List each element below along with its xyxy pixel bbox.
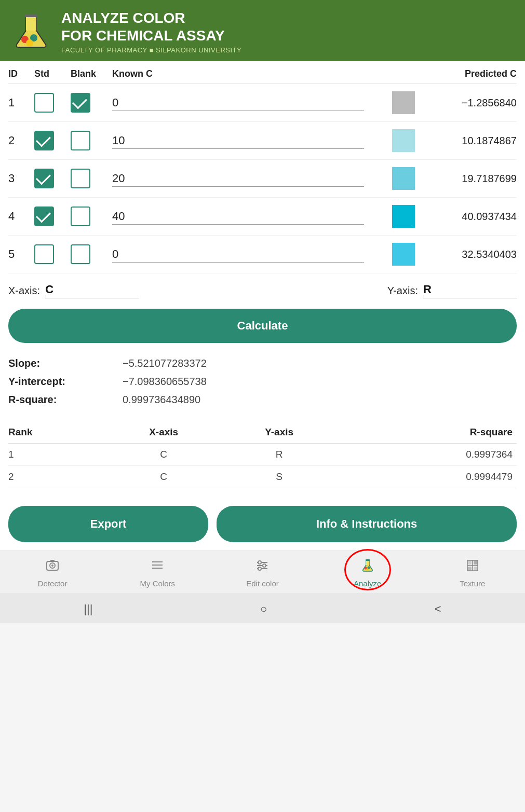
known-c-input-2[interactable]: [112, 133, 364, 149]
svg-rect-25: [474, 560, 478, 565]
x-axis-value[interactable]: C: [45, 283, 139, 298]
row-id: 3: [8, 172, 34, 185]
y-axis-label: Y-axis:: [387, 285, 418, 297]
y-intercept-row: Y-intercept: −7.098360655738: [8, 373, 517, 391]
nav-label-edit-color: Edit color: [246, 579, 279, 588]
row-id: 5: [8, 247, 34, 261]
app-subtitle: FACULTY OF PHARMACY ■ SILPAKORN UNIVERSI…: [61, 46, 241, 54]
nav-item-edit-color[interactable]: Edit color: [239, 558, 286, 588]
info-button[interactable]: Info & Instructions: [217, 506, 517, 542]
known-c-input-5[interactable]: [112, 246, 364, 263]
y-intercept-label: Y-intercept:: [8, 376, 123, 388]
slope-value: −5.521077283372: [123, 357, 207, 369]
rank-1: 1: [8, 444, 107, 466]
std-checkbox-5[interactable]: [34, 244, 54, 264]
blank-checkbox-3[interactable]: [71, 169, 90, 188]
std-checkbox-4[interactable]: [34, 207, 54, 226]
table-row: 1 −1.2856840: [8, 84, 517, 122]
table-row: 5 32.5340403: [8, 236, 517, 273]
svg-point-22: [367, 567, 370, 569]
app-logo: [10, 11, 52, 52]
nav-label-detector: Detector: [38, 579, 68, 588]
color-swatch-1: [392, 91, 415, 114]
system-nav: ||| ○ <: [0, 593, 525, 623]
r-square-col-header: R-square: [339, 421, 517, 444]
table-header: ID Std Blank Known C Predicted C: [8, 61, 517, 84]
color-swatch-2: [392, 129, 415, 152]
std-checkbox-3[interactable]: [34, 169, 54, 188]
svg-point-3: [26, 39, 33, 47]
col-id: ID: [8, 68, 34, 79]
col-blank: Blank: [71, 68, 112, 79]
color-swatch-3: [392, 167, 415, 190]
rank-col-header: Rank: [8, 421, 107, 444]
row-id: 4: [8, 210, 34, 223]
blank-checkbox-4[interactable]: [71, 207, 90, 226]
blank-checkbox-1[interactable]: [71, 93, 90, 113]
slope-label: Slope:: [8, 357, 123, 369]
svg-point-16: [258, 561, 261, 564]
r-square-value: 0.999736434890: [123, 394, 200, 406]
y-intercept-value: −7.098360655738: [123, 376, 207, 388]
std-checkbox-2[interactable]: [34, 131, 54, 150]
predicted-c-5: 32.5340403: [423, 249, 517, 260]
rank-row-1: 1 C R 0.9997364: [8, 444, 517, 466]
rank-row-2: 2 C S 0.9994479: [8, 466, 517, 488]
nav-label-analyze: Analyze: [354, 579, 381, 588]
svg-rect-26: [467, 567, 472, 571]
row-id: 1: [8, 96, 34, 109]
analyze-icon: [360, 558, 375, 576]
y-axis-col-header: Y-axis: [224, 421, 339, 444]
svg-rect-4: [25, 15, 37, 17]
r-square-row: R-square: 0.999736434890: [8, 391, 517, 409]
svg-rect-0: [26, 16, 36, 31]
rank-2: 2: [8, 466, 107, 488]
nav-item-texture[interactable]: Texture: [449, 558, 496, 588]
svg-point-23: [366, 569, 368, 571]
rank-2-r: 0.9994479: [339, 466, 517, 488]
my-colors-icon: [150, 558, 165, 576]
calculate-button[interactable]: Calculate: [8, 309, 517, 343]
svg-rect-20: [366, 559, 370, 561]
bottom-nav: Detector My Colors Edit color: [0, 550, 525, 593]
rank-2-x: C: [107, 466, 224, 488]
rank-1-r: 0.9997364: [339, 444, 517, 466]
table-row: 2 10.1874867: [8, 122, 517, 160]
bottom-buttons: Export Info & Instructions: [8, 498, 517, 550]
color-swatch-4: [392, 205, 415, 228]
table-row: 4 40.0937434: [8, 198, 517, 236]
edit-color-icon: [255, 558, 270, 576]
x-axis-label: X-axis:: [8, 285, 40, 297]
system-home-button[interactable]: ○: [260, 602, 267, 616]
svg-point-17: [263, 564, 266, 567]
y-axis-value[interactable]: R: [423, 283, 517, 298]
predicted-c-3: 19.7187699: [423, 173, 517, 185]
known-c-input-3[interactable]: [112, 171, 364, 187]
known-c-input-1[interactable]: [112, 95, 364, 111]
nav-item-my-colors[interactable]: My Colors: [134, 558, 181, 588]
system-back-button[interactable]: <: [435, 602, 441, 616]
svg-rect-19: [366, 560, 369, 565]
known-c-input-4[interactable]: [112, 209, 364, 225]
header: ANALYZE COLOR FOR CHEMICAL ASSAY FACULTY…: [0, 0, 525, 61]
nav-item-analyze[interactable]: Analyze: [344, 558, 391, 588]
row-id: 2: [8, 134, 34, 147]
table-row: 3 19.7187699: [8, 160, 517, 198]
export-button[interactable]: Export: [8, 506, 208, 542]
system-menu-button[interactable]: |||: [84, 602, 92, 616]
blank-checkbox-2[interactable]: [71, 131, 90, 150]
nav-item-detector[interactable]: Detector: [29, 558, 76, 588]
color-swatch-5: [392, 243, 415, 266]
rank-1-x: C: [107, 444, 224, 466]
std-checkbox-1[interactable]: [34, 93, 54, 113]
main-content: ID Std Blank Known C Predicted C 1 −1.28…: [0, 61, 525, 550]
blank-checkbox-5[interactable]: [71, 244, 90, 264]
detector-icon: [45, 558, 60, 576]
x-axis-col-header: X-axis: [107, 421, 224, 444]
stats-section: Slope: −5.521077283372 Y-intercept: −7.0…: [8, 352, 517, 417]
app-title: ANALYZE COLOR FOR CHEMICAL ASSAY: [61, 9, 241, 44]
rank-table: Rank X-axis Y-axis R-square 1 C R 0.9997…: [8, 421, 517, 488]
predicted-c-1: −1.2856840: [423, 97, 517, 109]
predicted-c-2: 10.1874867: [423, 135, 517, 147]
col-predicted-c: Predicted C: [423, 68, 517, 79]
